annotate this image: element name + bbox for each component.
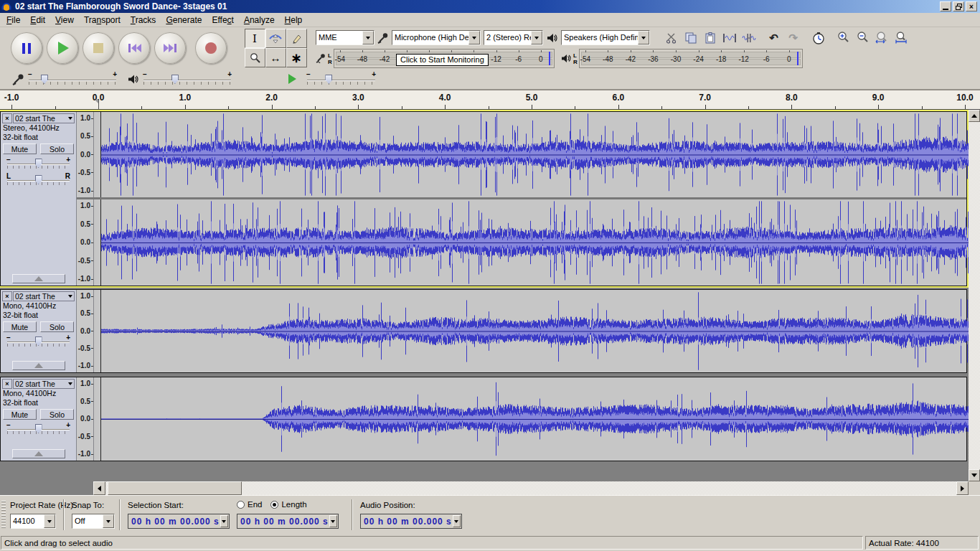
horizontal-scrollbar[interactable] (93, 481, 969, 495)
play-button[interactable] (47, 32, 78, 64)
field-menu-button[interactable] (329, 515, 337, 527)
gain-slider[interactable]: −+ (7, 156, 70, 171)
vertical-scrollbar[interactable] (969, 110, 980, 481)
track-close-button[interactable]: × (2, 291, 12, 301)
scrollbar-thumb[interactable] (108, 481, 242, 495)
undo-button[interactable]: ↶ (764, 29, 783, 47)
collapse-button[interactable] (12, 361, 65, 370)
play-at-speed-button[interactable] (283, 71, 301, 88)
project-rate-select[interactable]: 44100 (10, 514, 56, 529)
menu-analyze[interactable]: Analyze (239, 14, 280, 27)
toolbar-grabber[interactable] (1, 501, 6, 529)
copy-button[interactable] (681, 29, 700, 47)
menu-transport[interactable]: Transport (79, 14, 126, 27)
timeline-ruler[interactable]: -1.00.01.02.03.04.05.06.07.08.09.010.0 (0, 90, 980, 110)
selection-start-field[interactable]: 00 h 00 m 00.000 s (128, 514, 230, 529)
ruler-tick (141, 106, 142, 109)
selection-tool-button[interactable]: I (245, 29, 265, 48)
collapse-button[interactable] (12, 274, 65, 283)
multi-tool-button[interactable]: ∗ (286, 48, 307, 67)
solo-button[interactable]: Solo (40, 409, 74, 420)
redo-button[interactable]: ↷ (783, 29, 803, 47)
cut-button[interactable] (661, 29, 681, 47)
silence-audio-button[interactable] (739, 29, 758, 47)
waveform-right-channel[interactable] (95, 199, 969, 286)
mute-button[interactable]: Mute (3, 321, 37, 332)
track-menu-button[interactable]: 02 start The (13, 113, 75, 123)
track-menu-button[interactable]: 02 start The (13, 379, 75, 389)
menu-effect[interactable]: Effect (207, 14, 238, 27)
menu-tracks[interactable]: Tracks (126, 14, 161, 27)
paste-button[interactable] (700, 29, 720, 47)
sync-lock-button[interactable] (809, 29, 828, 47)
record-button[interactable] (195, 32, 227, 64)
skip-to-end-icon (164, 43, 177, 53)
monitoring-tooltip[interactable]: Click to Start Monitoring (396, 54, 489, 66)
menu-generate[interactable]: Generate (161, 14, 207, 27)
track-menu-button[interactable]: 02 start The (13, 291, 75, 301)
solo-button[interactable]: Solo (40, 143, 74, 154)
vertical-scale-ruler[interactable]: 1.00.50.0-0.5-1.0 (77, 290, 94, 372)
selection-length-radio[interactable] (270, 501, 278, 509)
selection-length-radio-label[interactable]: Length (281, 500, 306, 509)
playback-meter[interactable]: -54-48-42-36-30-24-18-12-60 (579, 49, 803, 68)
recording-device-select[interactable]: Microphone (High Defi (392, 30, 481, 45)
selection-end-radio-label[interactable]: End (248, 500, 262, 509)
menu-help[interactable]: Help (280, 14, 308, 27)
selection-end-radio[interactable] (237, 501, 245, 509)
menu-edit[interactable]: Edit (25, 14, 50, 27)
scroll-left-button[interactable] (93, 481, 105, 495)
mute-button[interactable]: Mute (3, 143, 37, 154)
snap-to-select[interactable]: Off (72, 514, 115, 529)
fit-project-button[interactable] (892, 29, 911, 47)
skip-to-end-button[interactable] (154, 32, 186, 64)
scroll-up-button[interactable] (969, 110, 980, 122)
close-icon[interactable]: × (966, 1, 977, 11)
recording-channels-select[interactable]: 2 (Stereo) Re (484, 30, 543, 45)
field-menu-button[interactable] (220, 515, 228, 527)
menu-view[interactable]: View (50, 14, 79, 27)
timeshift-tool-button[interactable]: ↔ (265, 48, 286, 67)
waveform-left-channel[interactable] (95, 112, 969, 197)
field-menu-button[interactable] (453, 515, 461, 527)
playback-volume-slider[interactable]: −+ (143, 71, 231, 87)
ruler-label: 2.0 (265, 93, 278, 103)
scroll-right-button[interactable] (956, 481, 969, 495)
zoom-in-button[interactable] (834, 29, 853, 47)
stop-button[interactable] (83, 32, 114, 64)
skip-to-start-button[interactable] (118, 32, 150, 64)
waveform-mono[interactable] (95, 290, 969, 372)
track-close-button[interactable]: × (2, 379, 12, 389)
fit-selection-button[interactable] (872, 29, 892, 47)
waveform-mono[interactable] (95, 377, 969, 461)
selection-length-field[interactable]: 00 h 00 m 00.000 s (237, 514, 339, 529)
ruler-tick (661, 106, 662, 109)
playback-meter-toolbar[interactable]: LR -54-48-42-36-30-24-18-12-60 (555, 49, 803, 68)
meter-db-label: -18 (716, 55, 726, 62)
minimize-button[interactable] (940, 1, 951, 11)
zoom-tool-button[interactable] (245, 48, 265, 67)
collapse-button[interactable] (12, 449, 65, 458)
restore-button[interactable] (953, 1, 964, 11)
track-close-button[interactable]: × (2, 113, 12, 123)
menu-file[interactable]: File (1, 14, 25, 27)
vertical-scale-ruler[interactable]: 1.00.50.0-0.5-1.0 (77, 199, 94, 286)
solo-button[interactable]: Solo (40, 321, 74, 332)
trim-audio-button[interactable] (720, 29, 739, 47)
pause-button[interactable] (11, 32, 42, 64)
playback-device-select[interactable]: Speakers (High Definit (561, 30, 650, 45)
envelope-tool-button[interactable] (265, 29, 286, 48)
pan-slider[interactable]: LR (7, 173, 70, 187)
zoom-out-button[interactable] (853, 29, 872, 47)
recording-volume-slider[interactable]: −+ (29, 71, 116, 87)
gain-slider[interactable]: −+ (7, 334, 70, 349)
vertical-scale-ruler[interactable]: 1.00.50.0-0.5-1.0 (77, 112, 94, 197)
vertical-scale-ruler[interactable]: 1.00.50.0-0.5-1.0 (77, 377, 94, 461)
scroll-down-button[interactable] (969, 469, 980, 481)
gain-slider[interactable]: −+ (7, 422, 70, 436)
playback-speed-slider[interactable]: −+ (307, 71, 375, 87)
audio-position-field[interactable]: 00 h 00 m 00.000 s (360, 514, 462, 529)
mute-button[interactable]: Mute (3, 409, 37, 420)
draw-tool-button[interactable] (286, 29, 307, 48)
audio-host-select[interactable]: MME (316, 30, 374, 45)
